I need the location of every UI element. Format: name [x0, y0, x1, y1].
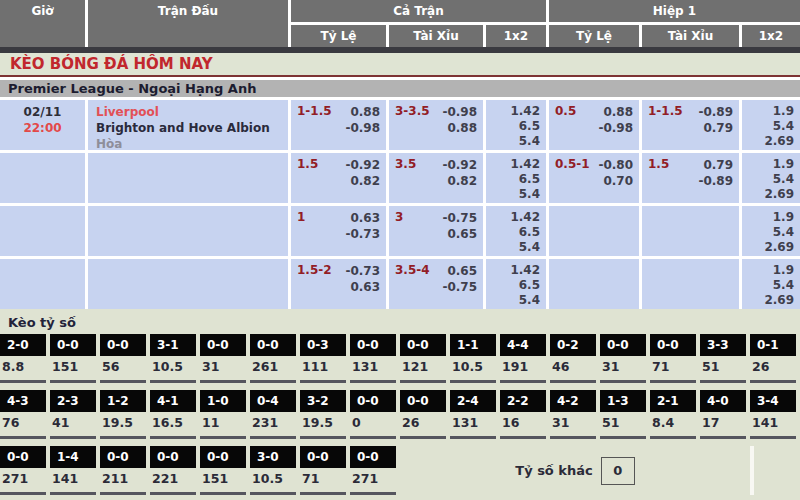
h1-1x2-draw-odds[interactable]: 5.4	[742, 278, 794, 293]
score-label[interactable]: 0-4	[250, 390, 296, 412]
score-bet-cell[interactable]: 0-0 261	[250, 334, 296, 383]
score-bet-cell[interactable]: 0-0 271	[0, 446, 46, 495]
score-label[interactable]: 0-0	[600, 334, 646, 356]
ft-handicap-away-odds[interactable]: -0.73	[345, 226, 380, 242]
score-bet-cell[interactable]: 0-0 0	[350, 390, 396, 439]
h1-1x2-away-odds[interactable]: 2.69	[742, 134, 794, 149]
score-label[interactable]: 0-0	[200, 334, 246, 356]
score-label[interactable]: 0-1	[750, 334, 796, 356]
ft-over-odds[interactable]: 0.65	[447, 263, 477, 279]
ft-handicap-away-odds[interactable]: 0.63	[350, 279, 380, 295]
h1-1x2-cell[interactable]: 1.9 5.4 2.69	[742, 153, 800, 203]
score-label[interactable]: 0-0	[100, 334, 146, 356]
score-bet-cell[interactable]: 3-2 19.5	[300, 390, 346, 439]
h1-under-odds[interactable]: 0.79	[703, 120, 733, 136]
score-bet-cell[interactable]: 0-0 31	[600, 334, 646, 383]
ft-overunder-cell[interactable]: 3.5-4 0.65 -0.75	[389, 259, 483, 309]
score-label[interactable]: 3-0	[250, 446, 296, 468]
score-bet-cell[interactable]: 3-4 141	[750, 390, 796, 439]
score-label[interactable]: 0-3	[300, 334, 346, 356]
score-bet-cell[interactable]: 3-3 51	[700, 334, 746, 383]
score-bet-cell[interactable]: 4-3 76	[0, 390, 46, 439]
score-bet-cell[interactable]: 2-4 131	[450, 390, 496, 439]
ft-1x2-cell[interactable]: 1.42 6.5 5.4	[486, 206, 546, 256]
score-bet-cell[interactable]: 3-0 10.5	[250, 446, 296, 495]
score-label[interactable]: 1-1	[450, 334, 496, 356]
score-label[interactable]: 0-0	[150, 446, 196, 468]
h1-1x2-cell[interactable]: 1.9 5.4 2.69	[742, 100, 800, 150]
score-label[interactable]: 0-0	[0, 446, 46, 468]
score-label[interactable]: 0-0	[350, 446, 396, 468]
score-label[interactable]: 0-0	[400, 390, 446, 412]
h1-over-odds[interactable]: 0.79	[703, 157, 733, 173]
score-bet-cell[interactable]: 2-1 8.4	[650, 390, 696, 439]
ft-handicap-away-odds[interactable]: -0.98	[345, 120, 380, 136]
score-bet-cell[interactable]: 0-0 121	[400, 334, 446, 383]
ft-handicap-home-odds[interactable]: -0.73	[345, 263, 380, 279]
h1-overunder-cell[interactable]: 1.5 0.79 -0.89	[642, 153, 739, 203]
h1-handicap-home-odds[interactable]: 0.88	[603, 104, 633, 120]
ft-1x2-away-odds[interactable]: 5.4	[486, 134, 540, 149]
ft-overunder-cell[interactable]: 3.5 -0.92 0.82	[389, 153, 483, 203]
score-label[interactable]: 2-1	[650, 390, 696, 412]
h1-1x2-cell[interactable]: 1.9 5.4 2.69	[742, 259, 800, 309]
score-bet-cell[interactable]: 4-0 17	[700, 390, 746, 439]
ft-1x2-away-odds[interactable]: 5.4	[486, 293, 540, 308]
score-bet-cell[interactable]: 0-0 271	[350, 446, 396, 495]
score-label[interactable]: 0-0	[100, 446, 146, 468]
score-label[interactable]: 0-0	[350, 390, 396, 412]
ft-1x2-home-odds[interactable]: 1.42	[486, 263, 540, 278]
score-bet-cell[interactable]: 2-2 16	[500, 390, 546, 439]
score-bet-cell[interactable]: 0-0 26	[400, 390, 446, 439]
score-bet-cell[interactable]: 3-1 10.5	[150, 334, 196, 383]
ft-handicap-home-odds[interactable]: 0.63	[350, 210, 380, 226]
score-label[interactable]: 0-0	[250, 334, 296, 356]
ft-under-odds[interactable]: 0.65	[447, 226, 477, 242]
ft-over-odds[interactable]: -0.98	[442, 104, 477, 120]
match-teams-cell[interactable]	[88, 153, 288, 203]
ft-over-odds[interactable]: -0.75	[442, 210, 477, 226]
ft-handicap-cell[interactable]: 1.5 -0.92 0.82	[291, 153, 386, 203]
h1-overunder-cell[interactable]	[642, 259, 739, 309]
ft-1x2-draw-odds[interactable]: 6.5	[486, 172, 540, 187]
score-bet-cell[interactable]: 0-0 211	[100, 446, 146, 495]
score-bet-cell[interactable]: 0-0 151	[50, 334, 96, 383]
h1-1x2-draw-odds[interactable]: 5.4	[742, 119, 794, 134]
score-bet-cell[interactable]: 0-0 56	[100, 334, 146, 383]
ft-handicap-away-odds[interactable]: 0.82	[350, 173, 380, 189]
h1-1x2-home-odds[interactable]: 1.9	[742, 157, 794, 172]
score-bet-cell[interactable]: 2-0 8.8	[0, 334, 46, 383]
score-label[interactable]: 0-0	[50, 334, 96, 356]
score-label[interactable]: 3-4	[750, 390, 796, 412]
h1-1x2-home-odds[interactable]: 1.9	[742, 263, 794, 278]
ft-1x2-cell[interactable]: 1.42 6.5 5.4	[486, 100, 546, 150]
ft-1x2-cell[interactable]: 1.42 6.5 5.4	[486, 259, 546, 309]
score-label[interactable]: 3-2	[300, 390, 346, 412]
h1-handicap-home-odds[interactable]: -0.80	[598, 157, 633, 173]
h1-1x2-draw-odds[interactable]: 5.4	[742, 172, 794, 187]
h1-over-odds[interactable]: -0.89	[698, 104, 733, 120]
ft-1x2-draw-odds[interactable]: 6.5	[486, 225, 540, 240]
score-label[interactable]: 1-4	[50, 446, 96, 468]
ft-handicap-cell[interactable]: 1-1.5 0.88 -0.98	[291, 100, 386, 150]
score-label[interactable]: 4-3	[0, 390, 46, 412]
ft-handicap-home-odds[interactable]: 0.88	[350, 104, 380, 120]
ft-over-odds[interactable]: -0.92	[442, 157, 477, 173]
ft-1x2-home-odds[interactable]: 1.42	[486, 104, 540, 119]
h1-1x2-cell[interactable]: 1.9 5.4 2.69	[742, 206, 800, 256]
score-label[interactable]: 1-3	[600, 390, 646, 412]
ft-overunder-cell[interactable]: 3-3.5 -0.98 0.88	[389, 100, 483, 150]
score-bet-cell[interactable]: 0-0 71	[650, 334, 696, 383]
ft-1x2-cell[interactable]: 1.42 6.5 5.4	[486, 153, 546, 203]
match-teams-cell[interactable]	[88, 259, 288, 309]
score-label[interactable]: 4-4	[500, 334, 546, 356]
ft-1x2-home-odds[interactable]: 1.42	[486, 157, 540, 172]
ft-under-odds[interactable]: -0.75	[442, 279, 477, 295]
score-bet-cell[interactable]: 1-3 51	[600, 390, 646, 439]
score-label[interactable]: 3-1	[150, 334, 196, 356]
h1-1x2-home-odds[interactable]: 1.9	[742, 210, 794, 225]
ft-1x2-draw-odds[interactable]: 6.5	[486, 278, 540, 293]
score-label[interactable]: 0-0	[300, 446, 346, 468]
score-label[interactable]: 0-2	[550, 334, 596, 356]
h1-overunder-cell[interactable]: 1-1.5 -0.89 0.79	[642, 100, 739, 150]
